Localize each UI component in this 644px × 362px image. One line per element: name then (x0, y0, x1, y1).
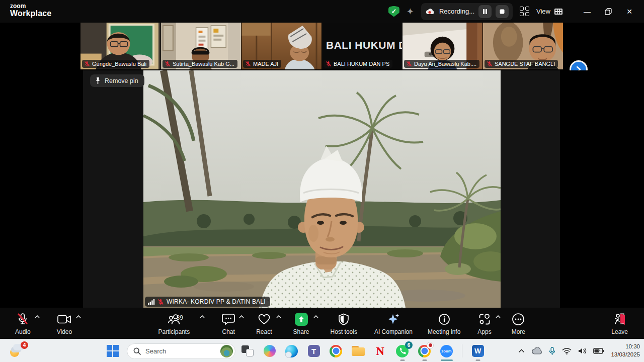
task-view-button[interactable] (240, 344, 254, 358)
mic-muted-icon (165, 61, 171, 67)
video-options-chevron[interactable] (76, 315, 81, 318)
pin-icon (95, 77, 101, 84)
whatsapp-unread-badge: 6 (405, 341, 413, 349)
folder-icon (352, 346, 365, 356)
zoom-meeting-window: zoom Workplace ✓ ✦ Recording... (0, 0, 644, 362)
mic-muted-icon (17, 313, 29, 326)
audio-button[interactable]: Audio (11, 311, 35, 336)
participant-tile-sangde[interactable]: SANGDE STAF BANGLI (483, 23, 563, 69)
participants-options-chevron[interactable] (200, 315, 205, 318)
clock-time: 10:30 (611, 343, 640, 351)
mic-muted-icon (157, 299, 164, 305)
microphone-in-use-icon[interactable] (549, 347, 555, 355)
teams-icon: T (308, 345, 320, 357)
remove-pin-button[interactable]: Remove pin (90, 74, 144, 87)
netflix-icon: N (376, 345, 384, 357)
speaker-name-badge: WIRKA- KORDIV PP & DATIN BALI (145, 297, 270, 307)
stop-recording-button[interactable] (496, 5, 509, 18)
chat-options-chevron[interactable] (239, 315, 244, 318)
recording-label: Recording... (439, 8, 474, 15)
participant-tile-gungde[interactable]: Gungde_Bawaslu Bali (80, 23, 160, 69)
ai-companion-sparkle-icon (387, 313, 400, 326)
mic-muted-icon (487, 61, 493, 67)
weather-widget[interactable]: 4 (9, 343, 27, 359)
window-titlebar: zoom Workplace ✓ ✦ Recording... (0, 0, 644, 23)
share-button[interactable]: Share (289, 311, 313, 336)
apps-icon (478, 313, 491, 325)
ai-sparkle-icon[interactable]: ✦ (407, 6, 414, 17)
task-view-icon (242, 345, 254, 356)
taskbar-clock[interactable]: 10:30 13/03/2025 (611, 343, 640, 358)
bing-daily-image[interactable] (220, 345, 233, 357)
leave-door-icon (613, 313, 626, 326)
copilot-icon (264, 345, 276, 357)
host-tools-button[interactable]: Host tools (327, 311, 361, 336)
apps-button[interactable]: Apps (473, 311, 495, 336)
speaker-name-label: WIRKA- KORDIV PP & DATIN BALI (167, 298, 266, 305)
copilot-button[interactable] (263, 344, 276, 358)
leave-button[interactable]: Leave (607, 311, 632, 336)
info-icon (438, 313, 450, 325)
minimize-button[interactable]: — (577, 0, 598, 23)
edge-button[interactable] (285, 344, 298, 358)
running-indicator (475, 359, 480, 361)
participant-tile-dayuari[interactable]: Dayu Ari_Bawaslu Kab.... (403, 23, 482, 69)
view-menu-button[interactable]: View (536, 8, 562, 15)
participant-tile-madeaji[interactable]: MADE AJI (242, 23, 321, 69)
brand-workplace: Workplace (10, 10, 51, 18)
apps-options-chevron[interactable] (496, 315, 501, 318)
ai-companion-button[interactable]: AI Companion (370, 311, 417, 336)
view-label: View (536, 8, 550, 15)
onedrive-cloud-icon[interactable] (531, 347, 542, 354)
participant-name-badge: Dayu Ari_Bawaslu Kab.... (404, 60, 479, 68)
file-explorer-button[interactable] (351, 344, 365, 358)
gallery-view-icon[interactable] (520, 7, 529, 16)
security-shield-icon[interactable]: ✓ (388, 6, 399, 17)
zoom-icon: zoom (440, 345, 453, 357)
wifi-icon[interactable] (562, 347, 572, 354)
participants-button[interactable]: 39 Participants (154, 311, 194, 336)
word-icon: W (472, 345, 484, 357)
chat-bubble-icon (222, 313, 235, 325)
zoom-app-button[interactable]: zoom (440, 344, 453, 358)
restore-button[interactable] (598, 0, 619, 23)
mic-muted-icon (406, 61, 412, 67)
speaker-icon[interactable] (578, 347, 587, 354)
taskbar-search[interactable]: Search (127, 343, 235, 359)
more-ellipsis-icon (512, 313, 525, 326)
speaker-video: WIRKA- KORDIV PP & DATIN BALI (143, 70, 501, 308)
battery-charging-icon[interactable] (593, 348, 604, 354)
word-button[interactable]: W (471, 344, 485, 358)
whatsapp-button[interactable]: 6 (395, 344, 409, 358)
react-button[interactable]: React (252, 311, 276, 336)
search-icon (133, 347, 141, 355)
more-button[interactable]: More (508, 311, 529, 336)
participant-tile-balihukum[interactable]: BALI HUKUM D... BALI HUKUM DAN PS (322, 23, 402, 69)
netflix-button[interactable]: N (373, 344, 387, 358)
participants-count: 39 (176, 314, 183, 321)
recording-indicator: Recording... (421, 3, 513, 20)
zoom-workplace-logo: zoom Workplace (10, 3, 51, 18)
share-options-chevron[interactable] (313, 315, 318, 318)
running-indicator (400, 359, 405, 361)
react-options-chevron[interactable] (276, 315, 281, 318)
windows-taskbar: 4 Search T (0, 339, 644, 362)
mic-muted-icon (84, 61, 90, 67)
tray-expand-chevron[interactable] (518, 349, 525, 353)
mic-muted-icon (245, 61, 251, 67)
teams-button[interactable]: T (307, 344, 320, 358)
video-button[interactable]: Video (53, 311, 76, 336)
clock-date: 13/03/2025 (611, 351, 640, 359)
chrome-button[interactable] (329, 344, 343, 358)
edge-profile-avatar (285, 351, 292, 358)
participant-filmstrip: Gungde_Bawaslu Bali (0, 23, 644, 70)
chrome-profile-button[interactable] (418, 344, 431, 358)
start-button[interactable] (107, 345, 119, 357)
close-button[interactable]: ✕ (619, 0, 640, 23)
pause-recording-button[interactable] (478, 5, 492, 18)
main-stage: WIRKA- KORDIV PP & DATIN BALI Remove pin (0, 70, 644, 308)
audio-options-chevron[interactable] (35, 315, 40, 318)
chat-button[interactable]: Chat (218, 311, 239, 336)
meeting-info-button[interactable]: Meeting info (424, 311, 464, 336)
participant-tile-sutirta[interactable]: Sutirta_Bawaslu Kab G... (161, 23, 241, 69)
